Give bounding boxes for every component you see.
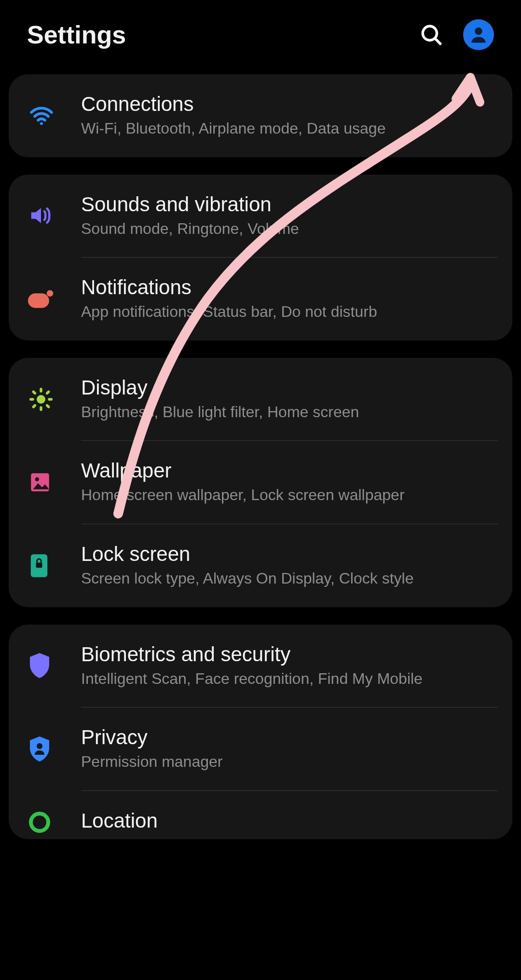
- privacy-icon: [28, 735, 51, 762]
- settings-item-privacy[interactable]: Privacy Permission manager: [9, 708, 512, 790]
- text-col: Sounds and vibration Sound mode, Rington…: [81, 193, 498, 239]
- text-col: Display Brightness, Blue light filter, H…: [81, 376, 498, 422]
- icon-wrap: [23, 289, 81, 309]
- settings-group: Connections Wi-Fi, Bluetooth, Airplane m…: [9, 74, 512, 157]
- search-icon: [419, 23, 443, 47]
- text-col: Privacy Permission manager: [81, 726, 498, 772]
- item-subtitle: Intelligent Scan, Face recognition, Find…: [81, 669, 498, 689]
- settings-group: Display Brightness, Blue light filter, H…: [9, 358, 512, 607]
- item-title: Display: [81, 376, 498, 399]
- text-col: Wallpaper Home screen wallpaper, Lock sc…: [81, 459, 498, 505]
- svg-point-20: [31, 814, 48, 831]
- svg-point-6: [37, 395, 45, 404]
- notifications-icon: [28, 289, 54, 309]
- svg-line-1: [435, 39, 440, 43]
- settings-item-connections[interactable]: Connections Wi-Fi, Bluetooth, Airplane m…: [9, 74, 512, 157]
- item-title: Lock screen: [81, 543, 498, 566]
- svg-rect-4: [28, 293, 49, 308]
- location-icon: [28, 811, 51, 834]
- item-title: Biometrics and security: [81, 643, 498, 666]
- item-subtitle: Wi-Fi, Bluetooth, Airplane mode, Data us…: [81, 119, 498, 139]
- icon-wrap: [23, 203, 81, 229]
- item-subtitle: Brightness, Blue light filter, Home scre…: [81, 402, 498, 422]
- account-button[interactable]: [463, 19, 494, 50]
- settings-group: Sounds and vibration Sound mode, Rington…: [9, 175, 512, 340]
- icon-wrap: [23, 735, 81, 762]
- item-subtitle: Sound mode, Ringtone, Volume: [81, 219, 498, 239]
- settings-item-display[interactable]: Display Brightness, Blue light filter, H…: [9, 358, 512, 441]
- item-subtitle: Home screen wallpaper, Lock screen wallp…: [81, 485, 498, 505]
- item-subtitle: Permission manager: [81, 752, 498, 772]
- person-icon: [468, 24, 489, 45]
- text-col: Connections Wi-Fi, Bluetooth, Airplane m…: [81, 93, 498, 139]
- settings-item-sounds[interactable]: Sounds and vibration Sound mode, Rington…: [9, 175, 512, 258]
- settings-item-lockscreen[interactable]: Lock screen Screen lock type, Always On …: [9, 524, 512, 607]
- item-title: Connections: [81, 93, 498, 116]
- header: Settings: [0, 0, 521, 74]
- sound-icon: [28, 203, 54, 229]
- icon-wrap: [23, 652, 81, 679]
- item-title: Location: [81, 809, 498, 832]
- svg-rect-18: [36, 562, 42, 568]
- icon-wrap: [23, 811, 81, 834]
- svg-line-13: [33, 405, 35, 407]
- svg-point-5: [47, 290, 54, 297]
- svg-point-19: [37, 743, 42, 749]
- svg-line-12: [47, 405, 49, 407]
- svg-point-2: [475, 27, 482, 35]
- settings-item-biometrics[interactable]: Biometrics and security Intelligent Scan…: [9, 625, 512, 708]
- text-col: Biometrics and security Intelligent Scan…: [81, 643, 498, 689]
- item-title: Wallpaper: [81, 459, 498, 482]
- text-col: Lock screen Screen lock type, Always On …: [81, 543, 498, 589]
- page-title: Settings: [27, 20, 126, 49]
- icon-wrap: [23, 102, 81, 129]
- svg-point-16: [35, 477, 39, 481]
- icon-wrap: [23, 386, 81, 412]
- shield-icon: [28, 652, 51, 679]
- svg-point-3: [40, 122, 43, 125]
- item-subtitle: App notifications, Status bar, Do not di…: [81, 302, 498, 322]
- settings-item-notifications[interactable]: Notifications App notifications, Status …: [9, 258, 512, 340]
- settings-item-location[interactable]: Location: [9, 791, 512, 839]
- search-button[interactable]: [417, 20, 446, 49]
- svg-line-11: [33, 392, 35, 393]
- wallpaper-icon: [28, 470, 52, 494]
- text-col: Location: [81, 809, 498, 835]
- brightness-icon: [28, 386, 54, 412]
- svg-line-14: [47, 392, 49, 393]
- item-subtitle: Screen lock type, Always On Display, Clo…: [81, 569, 498, 589]
- settings-group: Biometrics and security Intelligent Scan…: [9, 625, 512, 839]
- icon-wrap: [23, 470, 81, 494]
- header-actions: [417, 19, 494, 50]
- settings-item-wallpaper[interactable]: Wallpaper Home screen wallpaper, Lock sc…: [9, 441, 512, 524]
- text-col: Notifications App notifications, Status …: [81, 276, 498, 322]
- item-title: Notifications: [81, 276, 498, 299]
- item-title: Privacy: [81, 726, 498, 749]
- item-title: Sounds and vibration: [81, 193, 498, 216]
- lock-icon: [28, 552, 50, 579]
- settings-list[interactable]: Connections Wi-Fi, Bluetooth, Airplane m…: [0, 74, 521, 839]
- icon-wrap: [23, 552, 81, 579]
- wifi-icon: [28, 102, 55, 129]
